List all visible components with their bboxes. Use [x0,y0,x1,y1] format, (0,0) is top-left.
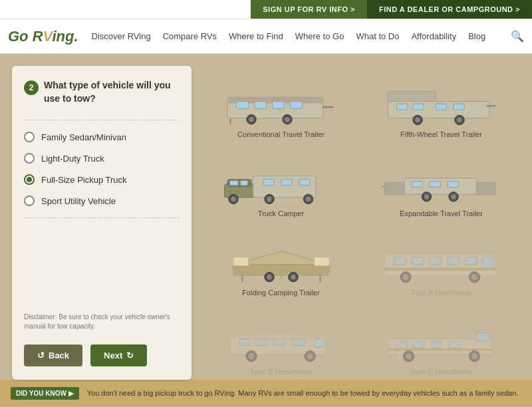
svg-point-32 [231,197,235,202]
rv-type-a-image [375,241,508,286]
svg-rect-63 [430,257,442,265]
svg-rect-3 [254,102,266,109]
rv-type-b-image [215,320,348,365]
svg-rect-65 [466,257,477,265]
rv-type-c-image [375,320,508,365]
option-suv[interactable]: Sport Utility Vehicle [24,194,180,208]
signup-btn[interactable]: SIGN UP FOR RV INFO > [251,0,367,19]
svg-rect-42 [448,181,458,187]
nav-where-find[interactable]: Where to Find [229,31,283,41]
back-button[interactable]: ↺ Back [24,344,82,366]
option-suv-label: Sport Utility Vehicle [41,196,116,206]
question-number: 2 [24,80,39,95]
radio-suv[interactable] [24,196,35,206]
svg-point-22 [457,118,462,122]
svg-rect-14 [396,104,407,110]
divider-1 [24,120,180,120]
back-label: Back [49,350,69,360]
svg-rect-51 [314,257,329,266]
rv-expandable[interactable]: Expandable Travel Trailer [362,145,520,221]
radio-fullsize-truck[interactable] [24,174,35,185]
rv-fifthwheel-image [375,82,508,128]
rv-expandable-label: Expandable Travel Trailer [400,209,483,217]
option-light-truck-label: Light-Duty Truck [41,154,104,164]
svg-point-47 [451,194,456,199]
svg-rect-28 [263,180,274,186]
search-icon[interactable]: 🔍 [511,30,524,43]
svg-rect-77 [292,339,305,345]
rv-fifthwheel-label: Fifth-Wheel Travel Trailer [400,130,482,138]
rv-conventional-label: Conventional Travel Trailer [237,130,325,138]
next-button[interactable]: Next ↻ [90,344,147,366]
nav-discover[interactable]: Discover RVing [92,31,151,41]
svg-rect-75 [256,339,267,345]
rv-truck-camper[interactable]: Truck Camper [202,145,360,221]
button-row: ↺ Back Next ↻ [24,344,180,366]
svg-rect-87 [430,342,441,348]
svg-rect-85 [396,342,407,348]
svg-rect-88 [448,342,459,348]
svg-rect-27 [253,176,316,197]
svg-rect-66 [384,267,495,271]
svg-rect-4 [272,102,284,109]
svg-point-72 [230,333,326,340]
question-header: 2 What type of vehicle will you use to t… [24,79,180,105]
svg-rect-84 [476,333,489,342]
main-nav: Go RVing. Discover RVing Compare RVs Whe… [0,19,532,54]
did-you-know-badge: DID YOU KNOW ▶ [11,387,79,400]
svg-point-57 [291,275,295,279]
svg-point-8 [249,117,253,122]
rv-fifthwheel[interactable]: Fifth-Wheel Travel Trailer [362,66,520,142]
rv-type-c: Type C Motorhome [362,303,520,380]
logo: Go RVing. [8,28,78,45]
top-bar: SIGN UP FOR RV INFO > FIND A DEALER OR C… [0,0,532,19]
option-sedan[interactable]: Family Sedan/Minivan [24,130,180,144]
radio-light-truck[interactable] [24,153,35,164]
svg-point-55 [267,275,271,279]
svg-rect-2 [236,102,248,109]
find-dealer-btn[interactable]: FIND A DEALER OR CAMPGROUND > [367,0,532,19]
rv-type-c-label: Type C Motorhome [410,368,473,376]
svg-rect-5 [290,102,302,109]
rv-conventional-travel-trailer[interactable]: Conventional Travel Trailer [202,66,360,142]
divider-2 [24,217,180,218]
rv-grid: Conventional Travel Trailer [202,66,520,380]
next-icon: ↻ [126,350,134,360]
option-sedan-label: Family Sedan/Minivan [41,132,126,142]
svg-rect-6 [322,106,334,108]
nav-links: Discover RVing Compare RVs Where to Find… [92,31,511,41]
rv-folding-camping[interactable]: Folding Camping Trailer [202,224,360,301]
option-fullsize-truck-label: Full-Size Pickup Truck [41,175,127,185]
option-fullsize-truck[interactable]: Full-Size Pickup Truck [24,172,180,187]
radio-sedan[interactable] [24,132,35,142]
svg-rect-37 [384,182,406,194]
disclaimer: Disclaimer: Be sure to check your vehicl… [24,307,180,331]
svg-rect-30 [299,180,310,186]
svg-point-70 [471,274,477,280]
svg-rect-49 [233,265,329,275]
nav-where-go[interactable]: Where to Go [295,31,344,41]
rv-type-a: Type A Motorhome [362,224,520,301]
svg-point-45 [424,194,428,199]
rv-type-b: Type B Motorhome [202,303,360,380]
option-light-truck[interactable]: Light-Duty Truck [24,151,180,166]
svg-point-34 [267,197,271,202]
nav-compare[interactable]: Compare RVs [163,31,217,41]
rv-truck-camper-label: Truck Camper [258,209,304,217]
svg-rect-73 [314,339,323,348]
svg-point-20 [415,118,420,122]
nav-blog[interactable]: Blog [468,31,485,41]
svg-point-79 [248,353,254,359]
svg-point-36 [305,197,310,202]
nav-what-do[interactable]: What to Do [356,31,399,41]
rv-type-a-label: Type A Motorhome [411,289,472,297]
main-content: 2 What type of vehicle will you use to t… [0,54,532,380]
svg-rect-40 [412,181,422,187]
rv-type-b-label: Type B Motorhome [250,368,312,376]
svg-rect-26 [240,181,247,186]
svg-rect-61 [394,257,406,265]
svg-rect-89 [388,348,493,351]
nav-affordability[interactable]: Affordability [411,31,456,41]
rv-grid-panel: Conventional Travel Trailer [202,66,520,380]
question-panel: 2 What type of vehicle will you use to t… [12,66,192,380]
